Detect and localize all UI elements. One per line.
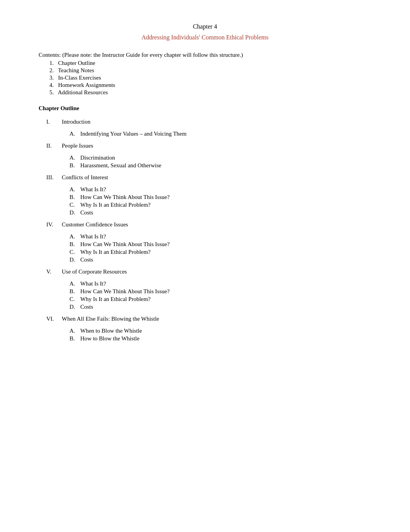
roman-label: I.	[39, 119, 62, 125]
sub-text: How Can We Think About This Issue?	[80, 194, 169, 201]
sub-label: C.	[69, 249, 80, 255]
contents-item: 3. In-Class Exercises	[49, 75, 371, 81]
sub-item: A.Discrimination	[69, 155, 371, 161]
sub-label: A.	[69, 131, 80, 137]
roman-label: VI.	[39, 316, 62, 322]
sub-label: A.	[69, 155, 80, 161]
sub-text: Costs	[80, 209, 93, 216]
sub-items: A.When to Blow the WhistleB.How to Blow …	[39, 328, 371, 342]
sub-items: A.Indentifying Your Values – and Voicing…	[39, 131, 371, 137]
sub-item: B.Harassment, Sexual and Otherwise	[69, 162, 371, 169]
sub-item: A.Indentifying Your Values – and Voicing…	[69, 131, 371, 137]
roman-item: VI.When All Else Fails: Blowing the Whis…	[39, 316, 371, 322]
sub-item: C.Why Is It an Ethical Problem?	[69, 202, 371, 208]
sub-item: B.How Can We Think About This Issue?	[69, 241, 371, 248]
sub-text: What Is It?	[80, 186, 106, 193]
roman-label: IV.	[39, 221, 62, 228]
sub-items: A.What Is It?B.How Can We Think About Th…	[39, 186, 371, 216]
sub-text: Why Is It an Ethical Problem?	[80, 202, 151, 208]
sub-text: Why Is It an Ethical Problem?	[80, 249, 151, 255]
sub-item: A.What Is It?	[69, 280, 371, 287]
sub-label: A.	[69, 233, 80, 240]
sub-label: B.	[69, 162, 80, 169]
sub-text: What Is It?	[80, 233, 106, 240]
chapter-title: Chapter 4	[39, 23, 371, 30]
sub-label: D.	[69, 209, 80, 216]
sub-label: B.	[69, 241, 80, 248]
outline-block: I.IntroductionA.Indentifying Your Values…	[39, 119, 371, 342]
sub-item: A.What Is It?	[69, 233, 371, 240]
sub-items: A.DiscriminationB.Harassment, Sexual and…	[39, 155, 371, 169]
contents-block: Contents: (Please note: the Instructor G…	[39, 52, 371, 96]
contents-item: 5. Additional Resources	[49, 89, 371, 96]
roman-label: II.	[39, 143, 62, 149]
roman-text: Conflicts of Interest	[62, 174, 108, 181]
sub-text: When to Blow the Whistle	[80, 328, 142, 334]
roman-item: I.Introduction	[39, 119, 371, 125]
sub-label: D.	[69, 304, 80, 310]
roman-item: III.Conflicts of Interest	[39, 174, 371, 181]
sub-item: B.How Can We Think About This Issue?	[69, 194, 371, 201]
sub-text: Indentifying Your Values – and Voicing T…	[80, 131, 186, 137]
sub-label: B.	[69, 288, 80, 295]
sub-text: Costs	[80, 257, 93, 263]
sub-label: B.	[69, 335, 80, 342]
roman-label: V.	[39, 269, 62, 275]
roman-label: III.	[39, 174, 62, 181]
sub-item: C.Why Is It an Ethical Problem?	[69, 296, 371, 303]
sub-item: D.Costs	[69, 257, 371, 263]
sub-label: A.	[69, 328, 80, 334]
sub-text: Discrimination	[80, 155, 115, 161]
sub-item: A.When to Blow the Whistle	[69, 328, 371, 334]
roman-item: II.People Issues	[39, 143, 371, 149]
sub-item: C.Why Is It an Ethical Problem?	[69, 249, 371, 255]
roman-text: Customer Confidence Issues	[62, 221, 128, 228]
sub-text: How to Blow the Whistle	[80, 335, 139, 342]
sub-label: A.	[69, 280, 80, 287]
outline-heading: Chapter Outline	[39, 105, 371, 112]
roman-text: Introduction	[62, 119, 90, 125]
sub-text: What Is It?	[80, 280, 106, 287]
sub-text: Why Is It an Ethical Problem?	[80, 296, 151, 303]
sub-item: B.How Can We Think About This Issue?	[69, 288, 371, 295]
contents-list: 1. Chapter Outline2. Teaching Notes3. In…	[39, 60, 371, 96]
contents-item: 1. Chapter Outline	[49, 60, 371, 66]
sub-text: Harassment, Sexual and Otherwise	[80, 162, 161, 169]
sub-label: B.	[69, 194, 80, 201]
sub-item: A.What Is It?	[69, 186, 371, 193]
contents-header: Contents: (Please note: the Instructor G…	[39, 52, 371, 58]
roman-item: V.Use of Corporate Resources	[39, 269, 371, 275]
sub-items: A.What Is It?B.How Can We Think About Th…	[39, 233, 371, 263]
roman-text: When All Else Fails: Blowing the Whistle	[62, 316, 159, 322]
sub-item: D.Costs	[69, 209, 371, 216]
sub-label: C.	[69, 296, 80, 303]
sub-items: A.What Is It?B.How Can We Think About Th…	[39, 280, 371, 310]
sub-label: D.	[69, 257, 80, 263]
sub-text: How Can We Think About This Issue?	[80, 288, 169, 295]
sub-text: How Can We Think About This Issue?	[80, 241, 169, 248]
chapter-subtitle: Addressing Individuals' Common Ethical P…	[39, 34, 371, 41]
sub-text: Costs	[80, 304, 93, 310]
sub-item: D.Costs	[69, 304, 371, 310]
contents-item: 2. Teaching Notes	[49, 67, 371, 74]
roman-text: Use of Corporate Resources	[62, 269, 127, 275]
sub-item: B.How to Blow the Whistle	[69, 335, 371, 342]
sub-label: C.	[69, 202, 80, 208]
roman-item: IV.Customer Confidence Issues	[39, 221, 371, 228]
roman-text: People Issues	[62, 143, 93, 149]
contents-item: 4. Homework Assignments	[49, 82, 371, 88]
sub-label: A.	[69, 186, 80, 193]
